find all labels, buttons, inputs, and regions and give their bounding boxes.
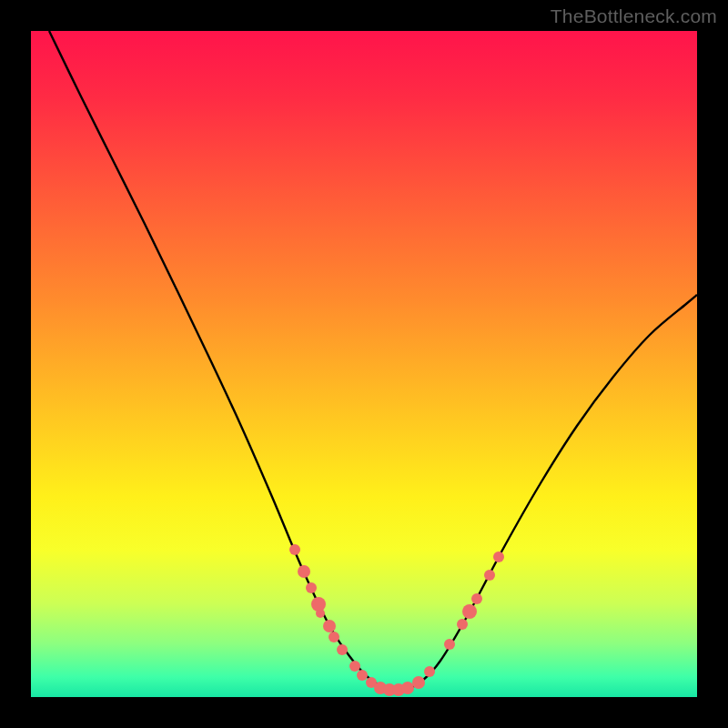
dot: [444, 639, 455, 650]
dot: [329, 632, 339, 642]
bottleneck-curve: [49, 31, 697, 691]
highlight-dots: [289, 544, 504, 696]
curve-layer: [31, 31, 697, 697]
dot: [289, 544, 300, 555]
dot: [484, 570, 495, 581]
dot: [357, 670, 368, 681]
plot-area: [31, 31, 697, 697]
dot: [401, 682, 414, 694]
dot: [462, 604, 477, 619]
dot: [424, 666, 435, 677]
dot: [457, 619, 468, 630]
dot: [337, 644, 348, 655]
dot: [323, 620, 336, 632]
watermark-label: TheBottleneck.com: [551, 5, 717, 27]
dot: [298, 565, 310, 578]
dot: [493, 551, 504, 562]
dot: [349, 661, 360, 672]
dot: [471, 593, 482, 604]
chart-frame: TheBottleneck.com: [0, 0, 728, 728]
dot: [412, 676, 425, 689]
dot: [316, 609, 325, 618]
dot: [306, 582, 317, 593]
